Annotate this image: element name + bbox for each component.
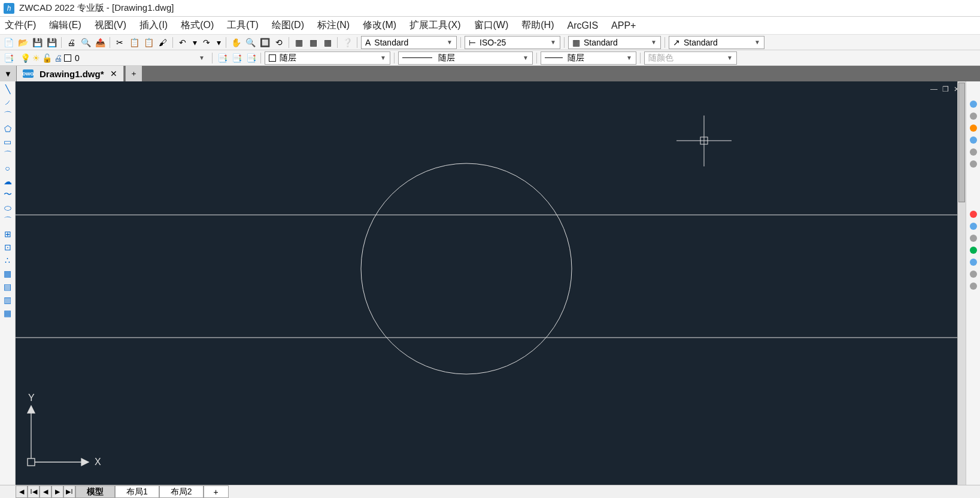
tool-palette-icon[interactable]: ▦ — [321, 37, 333, 48]
menu-dimension[interactable]: 标注(N) — [317, 19, 350, 32]
nav-icon[interactable] — [970, 271, 977, 278]
dim-style-dropdown[interactable]: ⊢ ISO-25 ▼ — [465, 36, 560, 49]
color-dropdown[interactable]: 随层 ▼ — [265, 51, 390, 65]
nav-icon[interactable] — [970, 148, 977, 156]
linetype-dropdown[interactable]: 随层 ▼ — [398, 51, 533, 65]
add-layout-tab[interactable]: + — [204, 485, 229, 498]
paste-icon[interactable]: 📋 — [142, 37, 154, 48]
menu-edit[interactable]: 编辑(E) — [49, 19, 81, 32]
make-block-icon[interactable]: ⊡ — [1, 241, 14, 254]
tab-next-icon[interactable]: ▶ — [51, 485, 63, 498]
text-style-dropdown[interactable]: A Standard ▼ — [361, 36, 457, 49]
insert-block-icon[interactable]: ⊞ — [1, 227, 14, 241]
separator — [665, 37, 665, 48]
polygon-icon[interactable]: ⬠ — [1, 122, 14, 135]
menu-express[interactable]: 扩展工具(X) — [409, 19, 460, 32]
nav-icon[interactable] — [970, 247, 977, 254]
zoom-previous-icon[interactable]: ⟲ — [273, 37, 285, 48]
vertical-scrollbar[interactable] — [957, 81, 966, 485]
undo-dd-icon[interactable]: ▾ — [191, 37, 198, 48]
close-icon[interactable]: ✕ — [110, 69, 117, 78]
publish-icon[interactable]: 📤 — [94, 37, 106, 48]
layout2-tab[interactable]: 布局2 — [159, 485, 204, 498]
main-area: ╲ ⟋ ⌒ ⬠ ▭ ⌒ ○ ☁ 〜 ⬭ ⌒ ⊞ ⊡ ∴ ▦ ▤ ▥ ▦ — ❐ … — [0, 81, 980, 485]
nav-icon[interactable] — [970, 113, 977, 120]
menu-insert[interactable]: 插入(I) — [139, 19, 168, 32]
tab-first-icon[interactable]: I◀ — [28, 485, 40, 498]
save-icon[interactable]: 💾 — [31, 37, 43, 48]
menu-file[interactable]: 文件(F) — [5, 19, 36, 32]
print-preview-icon[interactable]: 🔍 — [80, 37, 92, 48]
layer-iso-icon[interactable]: 📑 — [245, 52, 257, 64]
properties-icon[interactable]: ▦ — [293, 37, 305, 48]
layout1-tab[interactable]: 布局1 — [115, 485, 159, 498]
polyline-icon[interactable]: ⌒ — [1, 109, 14, 122]
circle-icon[interactable]: ○ — [1, 162, 14, 175]
scroll-thumb[interactable] — [958, 83, 965, 202]
menu-modify[interactable]: 修改(M) — [363, 19, 396, 32]
drawing-canvas[interactable]: — ❐ ✕ X Y — [16, 81, 966, 485]
menu-app-plus[interactable]: APP+ — [611, 20, 636, 31]
nav-cube-icon[interactable] — [970, 101, 977, 108]
redo-dd-icon[interactable]: ▾ — [215, 37, 222, 48]
scroll-left-icon[interactable]: ◀ — [16, 485, 28, 498]
lineweight-dropdown[interactable]: 随层 ▼ — [541, 51, 636, 65]
zoom-realtime-icon[interactable]: 🔍 — [244, 37, 256, 48]
model-tab[interactable]: 模型 — [75, 485, 115, 498]
cut-icon[interactable]: ✂ — [114, 37, 126, 48]
gradient-icon[interactable]: ▤ — [1, 280, 14, 293]
print-icon[interactable]: 🖨 — [65, 37, 77, 48]
layer-manager-icon[interactable]: 📑 — [2, 52, 14, 64]
design-center-icon[interactable]: ▦ — [307, 37, 319, 48]
layer-previous-icon[interactable]: 📑 — [216, 52, 228, 64]
zoom-window-icon[interactable]: 🔲 — [259, 37, 271, 48]
mleader-style-dropdown[interactable]: ↗ Standard ▼ — [669, 36, 764, 49]
plotstyle-dropdown[interactable]: 随颜色 ▼ — [644, 51, 737, 65]
menu-format[interactable]: 格式(O) — [181, 19, 214, 32]
redo-icon[interactable]: ↷ — [201, 37, 213, 48]
layer-dropdown[interactable]: 💡 ☀ 🔓 🖨 0 ▼ — [17, 51, 208, 65]
menu-draw[interactable]: 绘图(D) — [272, 19, 304, 32]
region-icon[interactable]: ▥ — [1, 293, 14, 306]
line-icon[interactable]: ╲ — [1, 83, 14, 96]
menu-view[interactable]: 视图(V) — [95, 19, 126, 32]
nav-icon[interactable] — [970, 211, 977, 218]
new-icon[interactable]: 📄 — [2, 37, 14, 48]
revcloud-icon[interactable]: ☁ — [1, 175, 14, 188]
nav-icon[interactable] — [970, 124, 977, 132]
ellipse-icon[interactable]: ⬭ — [1, 201, 14, 214]
nav-icon[interactable] — [970, 259, 977, 266]
rectangle-icon[interactable]: ▭ — [1, 135, 14, 148]
construction-line-icon[interactable]: ⟋ — [1, 96, 14, 109]
nav-icon[interactable] — [970, 160, 977, 168]
spline-icon[interactable]: 〜 — [1, 188, 14, 201]
hatch-icon[interactable]: ▦ — [1, 267, 14, 280]
matchprop-icon[interactable]: 🖌 — [157, 37, 169, 48]
nav-icon[interactable] — [970, 283, 977, 290]
menu-tools[interactable]: 工具(T) — [227, 19, 258, 32]
nav-icon[interactable] — [970, 235, 977, 242]
help-icon[interactable]: ❔ — [341, 37, 353, 48]
document-tab-label: Drawing1.dwg* — [40, 69, 104, 79]
saveall-icon[interactable]: 💾 — [45, 37, 57, 48]
nav-icon[interactable] — [970, 223, 977, 230]
add-tab-button[interactable]: ＋ — [125, 66, 142, 81]
layer-state-icon[interactable]: 📑 — [230, 52, 242, 64]
point-icon[interactable]: ∴ — [1, 254, 14, 267]
doc-tab-list-button[interactable]: ▼ — [0, 66, 17, 81]
tab-prev-icon[interactable]: ◀ — [40, 485, 51, 498]
menu-arcgis[interactable]: ArcGIS — [567, 20, 598, 31]
open-icon[interactable]: 📂 — [17, 37, 29, 48]
copy-icon[interactable]: 📋 — [128, 37, 140, 48]
undo-icon[interactable]: ↶ — [177, 37, 189, 48]
menu-window[interactable]: 窗口(W) — [474, 19, 509, 32]
document-tab[interactable]: DWG Drawing1.dwg* ✕ — [17, 66, 124, 81]
tab-last-icon[interactable]: ▶I — [63, 485, 75, 498]
ellipse-arc-icon[interactable]: ⌒ — [1, 214, 14, 227]
arc-icon[interactable]: ⌒ — [1, 148, 14, 162]
nav-icon[interactable] — [970, 136, 977, 144]
pan-icon[interactable]: ✋ — [230, 37, 242, 48]
table-icon[interactable]: ▦ — [1, 306, 14, 320]
menu-help[interactable]: 帮助(H) — [521, 19, 554, 32]
table-style-dropdown[interactable]: ▦ Standard ▼ — [568, 36, 661, 49]
